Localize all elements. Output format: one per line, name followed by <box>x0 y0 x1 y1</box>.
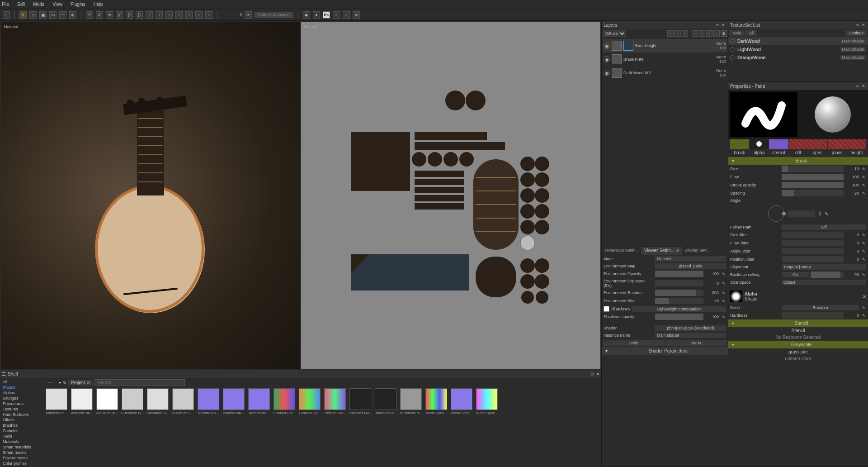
textureset-row[interactable]: LightWoodMain shader <box>728 45 868 53</box>
mode-select[interactable]: Material <box>655 256 726 262</box>
env-slider[interactable] <box>655 290 703 296</box>
ext-a-icon[interactable]: ◆ <box>303 11 310 19</box>
pen-icon[interactable]: ✎ <box>861 272 866 277</box>
shelf-close-icon[interactable]: ✕ <box>596 372 599 376</box>
brush-slider[interactable] <box>782 182 844 188</box>
sizespace-select[interactable]: Object <box>782 280 866 285</box>
shelf-filter-a-icon[interactable]: ▾ <box>59 380 61 385</box>
viewport-2d[interactable]: Material <box>301 22 600 369</box>
shelf-cat-smart-materials[interactable]: Smart materials <box>1 444 42 450</box>
brush-value[interactable]: 100 <box>845 175 859 179</box>
visibility-icon[interactable]: ◉ <box>604 43 610 49</box>
chevron-down-icon[interactable]: ▾ <box>730 158 736 163</box>
ext-b-icon[interactable]: ● <box>313 11 320 19</box>
seed-button[interactable]: Random <box>782 305 859 310</box>
layer-row[interactable]: ◉ Dark Wood 001 Norm100 <box>603 66 727 80</box>
tab-viewer-settings[interactable]: Viewer Settin... ✕ <box>642 247 682 255</box>
visibility-icon[interactable] <box>730 39 735 43</box>
angle-dial[interactable] <box>768 205 784 222</box>
layer-blend[interactable]: Norm100 <box>716 41 726 50</box>
chevron-down-icon[interactable]: ▾ <box>730 342 736 347</box>
layer-row[interactable]: ◉ Brass Pure Norm100 <box>603 52 727 66</box>
shelf-nav-c-icon[interactable]: ▫ <box>52 380 53 385</box>
brush-slider[interactable] <box>782 190 844 196</box>
autosave-button[interactable]: Snooze Autosave <box>255 12 293 18</box>
layer-blend[interactable]: Norm100 <box>716 55 726 64</box>
layer-btn-c-icon[interactable]: ▫ <box>682 30 688 37</box>
channel-diff[interactable]: diff <box>788 139 807 155</box>
thumb-item[interactable]: Normal Ma... <box>222 388 245 415</box>
jitter-value[interactable]: 0 <box>845 257 859 262</box>
tool-eraser-icon[interactable]: ◇ <box>29 11 37 19</box>
visibility-icon[interactable] <box>730 47 735 52</box>
shelf-cat-brushes[interactable]: Brushes <box>1 423 42 428</box>
env-select[interactable]: glazed_patio <box>655 263 726 269</box>
all-button[interactable]: All <box>745 30 757 36</box>
tab-close-icon[interactable]: ✕ <box>676 248 679 253</box>
tset-close-icon[interactable]: ✕ <box>861 22 866 28</box>
pen-icon[interactable]: ✎ <box>861 232 866 238</box>
hardness-value[interactable]: 0 <box>845 313 859 318</box>
thumb-item[interactable]: Ambient Oc... <box>70 388 94 415</box>
jitter-slider[interactable] <box>782 248 844 254</box>
pen-icon[interactable]: ✎ <box>721 281 726 286</box>
thumb-item[interactable]: Thickness M... <box>399 388 423 415</box>
channel-alpha[interactable]: alpha <box>750 139 769 155</box>
tool-f-icon[interactable]: )) <box>136 11 143 19</box>
textureset-row[interactable]: DarkWoodMain shader <box>728 37 868 45</box>
shelf-filter-b-icon[interactable]: ↻ <box>63 380 66 385</box>
redo-button[interactable]: Redo <box>665 340 727 346</box>
layer-btn-d-icon[interactable]: ▫ <box>692 30 698 37</box>
alpha-thumb[interactable] <box>730 291 742 302</box>
chevron-down-icon[interactable]: ▾ <box>730 321 736 326</box>
shelf-cat-tools[interactable]: Tools <box>1 434 42 439</box>
layers-popout-icon[interactable]: ▱ <box>714 22 720 28</box>
shadows-mode[interactable]: Lightweight computation <box>632 306 726 312</box>
shelf-cat-environments[interactable]: Environments <box>1 455 42 461</box>
tool-g-icon[interactable]: ▫ <box>146 11 153 19</box>
shader-badge[interactable]: Main shader <box>840 38 866 44</box>
shelf-nav-a-icon[interactable]: ▫ <box>45 380 47 385</box>
layer-blend-select[interactable]: Diffuse <box>603 30 626 37</box>
spin-icon[interactable]: ⟳ <box>245 11 252 19</box>
layer-btn-f-icon[interactable]: ▫ <box>706 30 712 37</box>
solo-button[interactable]: Solo <box>729 30 745 36</box>
layer-trash-icon[interactable]: 🗑 <box>721 30 727 37</box>
thumb-item[interactable]: Thickness M... <box>349 388 372 415</box>
undo-button[interactable]: Undo <box>603 340 665 346</box>
ext-e-icon[interactable]: ⊗ <box>353 11 360 19</box>
shelf-cat-alphas[interactable]: Alphas <box>1 390 42 396</box>
pen-icon[interactable]: ✎ <box>721 298 726 304</box>
thumb-item[interactable]: Thickness M... <box>374 388 397 415</box>
thumb-item[interactable]: World Spac... <box>475 388 499 415</box>
pen-icon[interactable]: ✎ <box>861 174 866 180</box>
tool-h-icon[interactable]: ▫ <box>156 11 163 19</box>
brush-slider[interactable] <box>782 174 844 180</box>
pen-icon[interactable]: ✎ <box>861 182 866 188</box>
layer-btn-g-icon[interactable]: ▫ <box>713 30 720 37</box>
thumb-item[interactable]: Curvature O... <box>171 388 195 415</box>
visibility-icon[interactable] <box>730 55 735 60</box>
follow-toggle[interactable]: Off <box>782 224 866 230</box>
props-popout-icon[interactable]: ▱ <box>854 83 860 89</box>
angle-slider[interactable] <box>788 210 815 217</box>
pen-icon[interactable]: ✎ <box>861 257 866 262</box>
visibility-icon[interactable]: ◉ <box>604 70 610 76</box>
thumb-item[interactable]: World Spac... <box>450 388 473 415</box>
ext-d-icon[interactable]: ▫ <box>343 11 350 19</box>
layer-btn-b-icon[interactable]: ▫ <box>675 30 681 37</box>
shelf-cat-textures[interactable]: Textures <box>1 406 42 412</box>
env-value[interactable]: 100 <box>705 272 719 276</box>
channel-gloss[interactable]: gloss <box>828 139 847 155</box>
thumb-item[interactable]: Ambient Oc... <box>95 388 119 415</box>
tool-d-icon[interactable]: )( <box>116 11 123 19</box>
tool-smudge-icon[interactable]: 〰 <box>59 11 66 19</box>
menu-help[interactable]: Help <box>94 2 103 7</box>
jitter-value[interactable]: 0 <box>845 249 859 253</box>
thumb-item[interactable]: Ambient Oc... <box>45 388 68 415</box>
shader-select[interactable]: pbr-spec-gloss (Outdated) <box>655 325 726 331</box>
thumb-item[interactable]: Curvature Li... <box>146 388 170 415</box>
env-slider[interactable] <box>655 280 703 286</box>
shelf-cat-color-profiles[interactable]: Color profiles <box>1 461 42 466</box>
tool-c-icon[interactable]: ⟲ <box>106 11 113 19</box>
